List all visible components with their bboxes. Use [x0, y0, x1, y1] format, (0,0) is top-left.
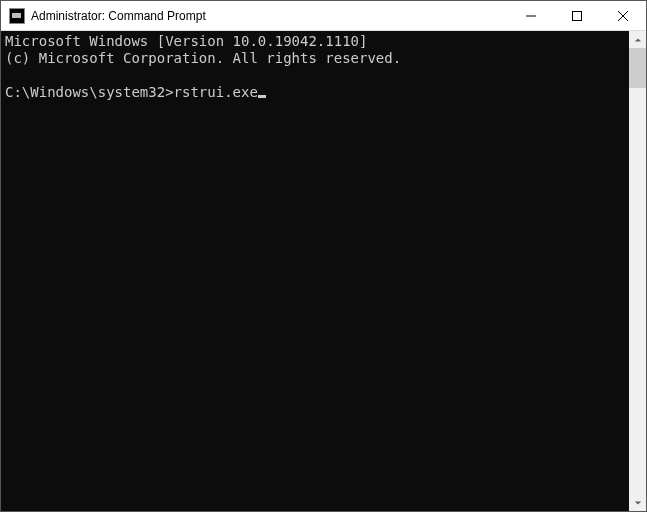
scroll-track[interactable]	[629, 48, 646, 494]
typed-command: rstrui.exe	[174, 84, 258, 100]
close-button[interactable]	[600, 1, 646, 31]
maximize-button[interactable]	[554, 1, 600, 31]
prompt-line: C:\Windows\system32>rstrui.exe	[5, 84, 266, 100]
scroll-thumb[interactable]	[629, 48, 646, 88]
cursor	[258, 95, 266, 98]
window-title: Administrator: Command Prompt	[31, 9, 206, 23]
scroll-up-button[interactable]	[629, 31, 646, 48]
titlebar[interactable]: Administrator: Command Prompt	[1, 1, 646, 31]
prompt: C:\Windows\system32>	[5, 84, 174, 100]
banner-line-2: (c) Microsoft Corporation. All rights re…	[5, 50, 401, 66]
banner-line-1: Microsoft Windows [Version 10.0.19042.11…	[5, 33, 367, 49]
client-area: Microsoft Windows [Version 10.0.19042.11…	[1, 31, 646, 511]
command-prompt-window: Administrator: Command Prompt Microsoft …	[0, 0, 647, 512]
minimize-button[interactable]	[508, 1, 554, 31]
cmd-icon	[9, 8, 25, 24]
vertical-scrollbar[interactable]	[629, 31, 646, 511]
terminal-output[interactable]: Microsoft Windows [Version 10.0.19042.11…	[1, 31, 629, 511]
scroll-down-button[interactable]	[629, 494, 646, 511]
svg-rect-1	[573, 11, 582, 20]
